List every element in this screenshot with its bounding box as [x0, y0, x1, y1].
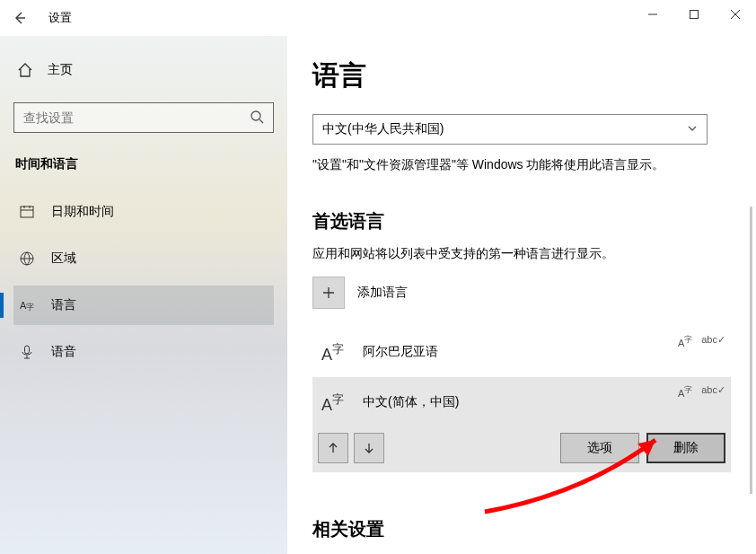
feature-spellcheck-icon: abc✓ — [701, 334, 725, 348]
language-name: 阿尔巴尼亚语 — [363, 344, 438, 360]
add-language-label: 添加语言 — [357, 285, 408, 301]
preferred-languages-description: 应用和网站将以列表中受支持的第一种语言进行显示。 — [312, 246, 731, 262]
svg-rect-6 — [25, 346, 30, 354]
sidebar-item-datetime[interactable]: 日期和时间 — [13, 192, 274, 232]
sidebar-item-speech[interactable]: 语音 — [13, 332, 274, 372]
svg-text:A: A — [321, 396, 332, 414]
page-title: 语言 — [312, 57, 731, 94]
feature-spellcheck-icon: abc✓ — [701, 384, 725, 399]
svg-text:字: 字 — [332, 392, 344, 406]
delete-button[interactable]: 删除 — [646, 433, 725, 463]
search-icon — [250, 110, 264, 127]
sidebar-item-language[interactable]: A字 语言 — [13, 286, 274, 325]
language-icon: A字 — [19, 297, 35, 313]
move-up-button[interactable] — [318, 433, 348, 463]
language-item-albanian[interactable]: A字 阿尔巴尼亚语 A字 abc✓ — [312, 327, 731, 377]
feature-text-to-speech-icon: A字 — [678, 334, 692, 348]
add-language-button[interactable] — [312, 277, 345, 309]
calendar-clock-icon — [19, 204, 35, 220]
move-down-button[interactable] — [354, 433, 384, 463]
maximize-button[interactable] — [673, 0, 715, 29]
close-button[interactable] — [715, 0, 756, 29]
sidebar-item-region[interactable]: 区域 — [13, 239, 274, 278]
language-pack-icon: A字 — [318, 386, 350, 418]
microphone-icon — [19, 344, 35, 360]
scrollbar[interactable] — [750, 207, 752, 494]
minimize-button[interactable] — [632, 0, 673, 29]
svg-point-1 — [251, 111, 260, 120]
home-icon — [17, 62, 33, 78]
window-title: 设置 — [48, 10, 72, 26]
display-language-value: 中文(中华人民共和国) — [322, 121, 444, 137]
search-box[interactable] — [13, 102, 274, 133]
home-link[interactable]: 主页 — [13, 52, 274, 88]
svg-text:A: A — [321, 346, 332, 364]
svg-text:字: 字 — [26, 303, 34, 312]
svg-rect-0 — [690, 11, 699, 19]
language-item-chinese[interactable]: A字 中文(简体，中国) A字 abc✓ 选项 删除 — [312, 377, 731, 472]
display-language-dropdown[interactable]: 中文(中华人民共和国) — [312, 114, 708, 145]
language-pack-icon: A字 — [318, 336, 350, 368]
sidebar-item-label: 区域 — [51, 251, 76, 267]
language-name: 中文(简体，中国) — [363, 394, 459, 410]
preferred-languages-heading: 首选语言 — [312, 209, 731, 233]
display-language-description: "设置"和"文件资源管理器"等 Windows 功能将使用此语言显示。 — [312, 157, 731, 173]
feature-text-to-speech-icon: A字 — [678, 384, 692, 399]
back-button[interactable] — [0, 0, 40, 36]
globe-icon — [19, 251, 35, 267]
sidebar-item-label: 语音 — [51, 344, 76, 360]
related-settings-heading: 相关设置 — [312, 517, 731, 541]
sidebar-item-label: 日期和时间 — [51, 204, 114, 220]
chevron-down-icon — [687, 122, 698, 136]
svg-text:字: 字 — [332, 342, 344, 356]
search-input[interactable] — [23, 110, 250, 125]
options-button[interactable]: 选项 — [560, 433, 639, 463]
sidebar-item-label: 语言 — [51, 297, 76, 313]
svg-rect-2 — [21, 207, 33, 217]
home-label: 主页 — [48, 62, 73, 78]
sidebar-section-title: 时间和语言 — [13, 156, 274, 172]
